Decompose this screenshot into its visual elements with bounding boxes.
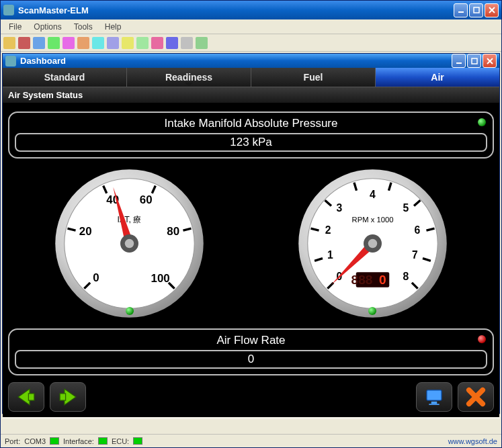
toolbar-icon[interactable] bbox=[122, 37, 134, 49]
main-title-text: ScanMaster-ELM bbox=[18, 5, 89, 15]
client-area: Dashboard Standard Readiness Fuel Air Ai… bbox=[1, 52, 501, 434]
dashboard-titlebar: Dashboard bbox=[3, 54, 499, 68]
svg-text:1: 1 bbox=[327, 249, 333, 261]
svg-marker-56 bbox=[65, 389, 76, 405]
dashboard-window: Dashboard Standard Readiness Fuel Air Ai… bbox=[2, 53, 500, 414]
svg-text:100: 100 bbox=[151, 272, 170, 285]
toolbar-icon[interactable] bbox=[151, 37, 163, 49]
panel-title: Intake Manifold Absolute Pressure bbox=[15, 117, 487, 130]
toolbar bbox=[1, 34, 501, 52]
toolbar-icon[interactable] bbox=[18, 37, 30, 49]
gauge-rpm: 0 1 2 3 4 5 6 7 8 RPM x 1000 bbox=[297, 168, 448, 319]
svg-text:0: 0 bbox=[93, 271, 99, 284]
bottom-button-bar bbox=[3, 379, 499, 417]
svg-rect-55 bbox=[28, 394, 34, 400]
svg-point-53 bbox=[368, 239, 378, 249]
svg-rect-58 bbox=[427, 390, 442, 400]
menu-tools[interactable]: Tools bbox=[69, 21, 98, 33]
toolbar-icon[interactable] bbox=[77, 37, 89, 49]
toolbar-icon[interactable] bbox=[3, 37, 15, 49]
toolbar-icon[interactable] bbox=[48, 37, 60, 49]
svg-text:20: 20 bbox=[79, 225, 92, 238]
svg-text:5: 5 bbox=[403, 202, 409, 214]
menu-help[interactable]: Help bbox=[99, 21, 127, 33]
svg-text:2: 2 bbox=[325, 224, 331, 236]
app-icon bbox=[3, 5, 14, 15]
svg-rect-5 bbox=[472, 58, 477, 64]
svg-text:0: 0 bbox=[379, 273, 386, 287]
toolbar-icon[interactable] bbox=[33, 37, 45, 49]
prev-button[interactable] bbox=[8, 382, 44, 412]
svg-text:6: 6 bbox=[414, 224, 420, 236]
svg-text:7: 7 bbox=[412, 249, 418, 261]
svg-point-25 bbox=[125, 239, 134, 249]
panel-manifold-pressure: Intake Manifold Absolute Pressure 123 kP… bbox=[8, 111, 494, 159]
minimize-button[interactable] bbox=[454, 3, 468, 17]
menu-file[interactable]: File bbox=[3, 21, 27, 33]
cancel-button[interactable] bbox=[458, 382, 494, 412]
toolbar-icon[interactable] bbox=[107, 37, 119, 49]
dashboard-icon bbox=[5, 56, 16, 66]
dash-minimize-button[interactable] bbox=[452, 54, 466, 68]
menubar: File Options Tools Help bbox=[1, 19, 501, 34]
gauges-row: 0 20 40 60 80 100 IAT, 療 bbox=[8, 168, 494, 319]
status-led-icon bbox=[98, 437, 108, 445]
toolbar-icon[interactable] bbox=[196, 37, 208, 49]
dashboard-body: Standard Readiness Fuel Air Air System S… bbox=[3, 68, 499, 417]
dashboard-title-text: Dashboard bbox=[20, 56, 66, 66]
svg-text:60: 60 bbox=[140, 193, 153, 206]
status-bar: Port: COM3 Interface: ECU: www.wgsoft.de bbox=[1, 434, 501, 447]
monitor-button[interactable] bbox=[416, 382, 452, 412]
section-header: Air System Status bbox=[3, 87, 499, 103]
status-port-label: Port: bbox=[5, 437, 20, 445]
svg-rect-59 bbox=[431, 402, 437, 404]
menu-options[interactable]: Options bbox=[28, 21, 67, 33]
tab-air[interactable]: Air bbox=[375, 68, 499, 87]
close-button[interactable] bbox=[485, 3, 499, 17]
main-titlebar: ScanMaster-ELM bbox=[1, 1, 501, 19]
dash-close-button[interactable] bbox=[483, 54, 497, 68]
next-button[interactable] bbox=[50, 382, 86, 412]
svg-text:8: 8 bbox=[403, 271, 409, 282]
tab-standard[interactable]: Standard bbox=[3, 68, 126, 87]
svg-text:RPM x 1000: RPM x 1000 bbox=[351, 216, 393, 224]
panel-value: 123 kPa bbox=[15, 133, 487, 152]
status-link[interactable]: www.wgsoft.de bbox=[448, 437, 497, 445]
gauge-led-icon bbox=[126, 307, 134, 315]
toolbar-icon[interactable] bbox=[166, 37, 178, 49]
gauge-led-icon bbox=[368, 307, 376, 315]
toolbar-icon[interactable] bbox=[92, 37, 104, 49]
content-area: Intake Manifold Absolute Pressure 123 kP… bbox=[3, 103, 499, 379]
status-interface-label: Interface: bbox=[63, 437, 94, 445]
svg-text:80: 80 bbox=[167, 225, 180, 238]
svg-text:3: 3 bbox=[336, 202, 342, 214]
status-port-value: COM3 bbox=[24, 437, 46, 445]
panel-air-flow: Air Flow Rate 0 bbox=[8, 328, 494, 375]
status-led-icon bbox=[478, 118, 486, 126]
svg-marker-54 bbox=[18, 389, 30, 405]
dash-maximize-button[interactable] bbox=[467, 54, 481, 68]
panel-title: Air Flow Rate bbox=[15, 334, 487, 347]
toolbar-icon[interactable] bbox=[62, 37, 75, 49]
tab-fuel[interactable]: Fuel bbox=[251, 68, 375, 87]
svg-rect-1 bbox=[474, 7, 479, 13]
status-led-icon bbox=[50, 437, 59, 445]
status-led-icon bbox=[133, 437, 142, 445]
tab-bar: Standard Readiness Fuel Air bbox=[3, 68, 499, 87]
toolbar-icon[interactable] bbox=[136, 37, 149, 49]
maximize-button[interactable] bbox=[469, 3, 483, 17]
status-led-icon bbox=[478, 335, 486, 343]
svg-text:888: 888 bbox=[351, 273, 372, 287]
status-ecu-label: ECU: bbox=[112, 437, 129, 445]
main-window: ScanMaster-ELM File Options Tools Help bbox=[0, 0, 502, 448]
panel-value: 0 bbox=[15, 350, 487, 369]
toolbar-icon[interactable] bbox=[181, 37, 193, 49]
gauge-iat: 0 20 40 60 80 100 IAT, 療 bbox=[54, 168, 205, 319]
svg-text:4: 4 bbox=[370, 189, 376, 200]
svg-rect-57 bbox=[60, 394, 66, 400]
tab-readiness[interactable]: Readiness bbox=[126, 68, 251, 87]
svg-rect-60 bbox=[429, 404, 439, 405]
